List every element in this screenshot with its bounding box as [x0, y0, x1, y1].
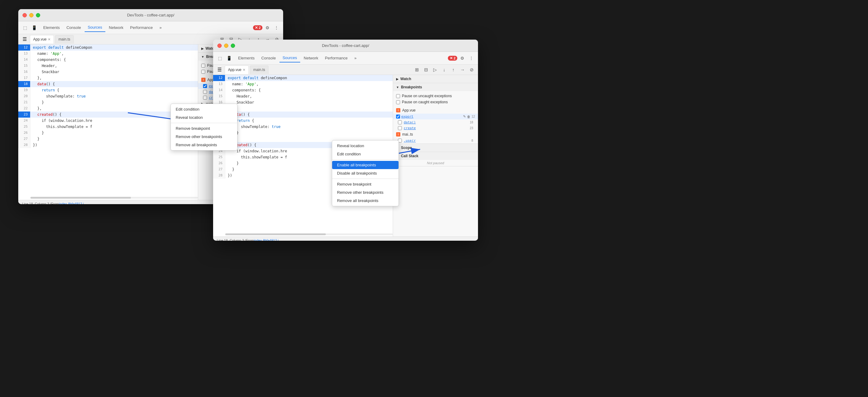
bp-item2-2[interactable]: data() 18: [393, 119, 478, 125]
toolbar-tabs-1: Elements Console Sources Network Perform…: [40, 24, 165, 32]
scrollbar-thumb-2[interactable]: [225, 233, 326, 235]
bp-item1-checkbox-2[interactable]: [396, 115, 400, 118]
bp-item-use-2[interactable]: .use(r 8: [393, 138, 478, 143]
ctx-edit-condition-2[interactable]: Edit condition: [332, 150, 399, 158]
pause-caught-checkbox-1[interactable]: [201, 70, 205, 74]
status-link-2[interactable]: index-8bfa4912.j: [254, 238, 279, 241]
file-tab-appvue-label-1: App.vue: [33, 37, 46, 41]
bp-item1-2[interactable]: export ✎ 🗑 12: [393, 114, 478, 119]
settings-icon-2[interactable]: ⚙: [458, 54, 466, 62]
bp-item3-checkbox-1[interactable]: [203, 96, 207, 100]
code-line-17: 17 },: [18, 75, 198, 81]
bp-item3-code-2: create: [404, 126, 416, 130]
tab-sources-2[interactable]: Sources: [279, 54, 300, 62]
ctx-enable-all-2[interactable]: Enable all breakpoints: [332, 161, 399, 169]
minimize-button-2[interactable]: [224, 44, 228, 48]
step-into-btn-2[interactable]: ↑: [450, 66, 457, 74]
ctx-disable-all-2[interactable]: Disable all breakpoints: [332, 169, 399, 177]
maximize-button-1[interactable]: [36, 13, 40, 17]
minimize-button-1[interactable]: [29, 13, 33, 17]
more-icon-2[interactable]: ⋮: [467, 54, 475, 62]
device-icon-2[interactable]: 📱: [225, 54, 233, 62]
ctx-remove-bp-2[interactable]: Remove breakpoint: [332, 180, 399, 188]
ctx-remove-bp-1[interactable]: Remove breakpoint: [171, 124, 237, 133]
file-tab-maints-1[interactable]: main.ts: [55, 35, 74, 44]
close-button-2[interactable]: [217, 44, 222, 48]
bp-group-appvue-label-2: App.vue: [402, 108, 415, 112]
tab-performance-1[interactable]: Performance: [127, 24, 156, 32]
status-link-1[interactable]: index-8bfa4912.j: [59, 202, 84, 204]
inspect-icon-2[interactable]: ⬚: [216, 54, 224, 62]
tab-elements-2[interactable]: Elements: [235, 54, 257, 62]
pause-uncaught-checkbox-2[interactable]: [396, 94, 400, 98]
watch-arrow-2: ▶: [396, 77, 399, 81]
ctx-separator-1: [171, 123, 237, 123]
tab-console-1[interactable]: Console: [63, 24, 84, 32]
pause-caught-label-2: Pause on caught exceptions: [402, 100, 448, 104]
file-tab-maints-2[interactable]: main.ts: [250, 65, 269, 74]
pause-uncaught-checkbox-1[interactable]: [201, 64, 205, 68]
file-tab-appvue-1[interactable]: App.vue ✕: [30, 35, 54, 44]
breakpoints-header-2[interactable]: ▼ Breakpoints: [393, 83, 478, 91]
callstack-section-2: ▼ Call Stack Not paused: [393, 152, 478, 166]
tab-more-1[interactable]: »: [156, 24, 165, 32]
ctx-remove-other-2[interactable]: Remove other breakpoints: [332, 188, 399, 197]
pause-caught-checkbox-2[interactable]: [396, 100, 400, 104]
toggle-panel-btn-2[interactable]: ⊞: [413, 66, 421, 74]
bp-item3-2[interactable]: create 23: [393, 125, 478, 131]
tab-elements-1[interactable]: Elements: [40, 24, 63, 32]
deactivate-btn-2[interactable]: ⊘: [468, 66, 475, 74]
more-icon-1[interactable]: ⋮: [272, 24, 281, 32]
ctx-remove-other-1[interactable]: Remove other breakpoints: [171, 133, 237, 141]
file-tab-close-appvue-2[interactable]: ✕: [243, 68, 245, 72]
tab-network-1[interactable]: Network: [106, 24, 127, 32]
sidebar-toggle-1[interactable]: ☰: [21, 35, 29, 43]
window-title-1: DevTools - coffee-cart.app/: [127, 13, 174, 17]
code-line-19: 19 return {: [18, 87, 198, 93]
step-out-btn-2[interactable]: →: [459, 66, 466, 74]
scope-header-2[interactable]: ▼ Scope: [393, 144, 478, 152]
pause-caught-2[interactable]: Pause on caught exceptions: [396, 99, 475, 105]
horizontal-scrollbar-1[interactable]: [30, 197, 198, 199]
close-button-1[interactable]: [23, 13, 27, 17]
tab-sources-1[interactable]: Sources: [85, 24, 105, 32]
tab-network-2[interactable]: Network: [301, 54, 321, 62]
bp-edit-icon-2[interactable]: ✎: [463, 115, 466, 118]
bp-item2-checkbox-1[interactable]: [203, 90, 207, 94]
pause-uncaught-2[interactable]: Pause on uncaught exceptions: [396, 93, 475, 99]
watch-header-2[interactable]: ▶ Watch: [393, 75, 478, 83]
step-over-btn-2[interactable]: ↓: [440, 66, 448, 74]
bp-item1-checkbox-1[interactable]: [203, 84, 207, 88]
column-btn-2[interactable]: ⊟: [422, 66, 430, 74]
tab-more-2[interactable]: »: [351, 54, 360, 62]
code-line-2-17: 17 },: [213, 106, 393, 112]
bp-icon-appvue-2: !: [396, 108, 400, 112]
resume-btn-2[interactable]: ▷: [431, 66, 439, 74]
ctx-reveal-location-1[interactable]: Reveal location: [171, 113, 237, 121]
ctx-sep2-2: [332, 178, 399, 179]
file-tab-close-appvue-1[interactable]: ✕: [48, 37, 51, 41]
maximize-button-2[interactable]: [231, 44, 235, 48]
context-menu-1: Edit condition Reveal location Remove br…: [170, 104, 238, 150]
tab-console-2[interactable]: Console: [258, 54, 279, 62]
ctx-remove-all-1[interactable]: Remove all breakpoints: [171, 141, 237, 149]
tab-performance-2[interactable]: Performance: [322, 54, 350, 62]
file-tab-appvue-2[interactable]: App.vue ✕: [225, 65, 249, 74]
inspect-icon[interactable]: ⬚: [21, 24, 29, 32]
bp-delete-icon-2[interactable]: 🗑: [467, 115, 470, 118]
context-menu-2: Reveal location Edit condition Enable al…: [332, 140, 399, 206]
horizontal-scrollbar-2[interactable]: [225, 233, 393, 235]
bp-item3-checkbox-2[interactable]: [398, 126, 402, 130]
callstack-header-2[interactable]: ▼ Call Stack: [393, 152, 478, 160]
breakpoints-content-2: Pause on uncaught exceptions Pause on ca…: [393, 91, 478, 107]
ctx-reveal-location-2[interactable]: Reveal location: [332, 142, 399, 150]
bp-item2-checkbox-2[interactable]: [398, 120, 402, 124]
ctx-remove-all-2[interactable]: Remove all breakpoints: [332, 197, 399, 205]
scrollbar-thumb-1[interactable]: [30, 197, 131, 199]
ctx-edit-condition-1[interactable]: Edit condition: [171, 105, 237, 113]
sidebar-toggle-2[interactable]: ☰: [216, 66, 223, 74]
file-tab-maints-label-1: main.ts: [58, 37, 70, 41]
callstack-label-2: Call Stack: [401, 154, 418, 158]
settings-icon-1[interactable]: ⚙: [263, 24, 272, 32]
device-icon[interactable]: 📱: [30, 24, 38, 32]
